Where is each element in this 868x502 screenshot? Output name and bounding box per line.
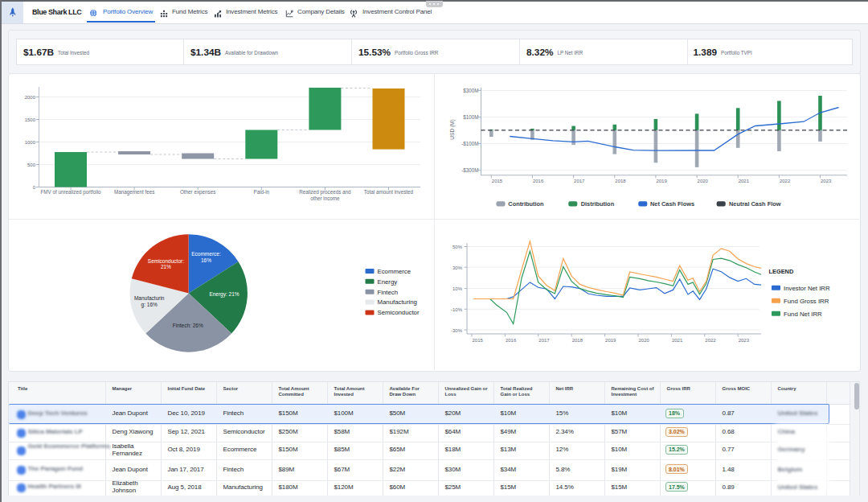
svg-text:2000: 2000: [25, 95, 36, 100]
svg-text:2022: 2022: [705, 338, 716, 343]
svg-text:Neutral Cash Flow: Neutral Cash Flow: [729, 200, 781, 208]
svg-text:Realized proceeds and: Realized proceeds and: [299, 189, 351, 195]
svg-text:Net Cash Flows: Net Cash Flows: [650, 200, 694, 208]
svg-text:1000: 1000: [25, 140, 36, 145]
svg-text:Management fees: Management fees: [114, 189, 154, 195]
svg-text:-$100M: -$100M: [461, 141, 478, 146]
svg-text:Other expenses: Other expenses: [180, 189, 215, 195]
svg-text:2022: 2022: [780, 179, 791, 183]
svg-text:2021: 2021: [739, 179, 750, 183]
svg-text:FMV of unrealized portfolio: FMV of unrealized portfolio: [40, 189, 101, 195]
svg-text:Investor Net IRR: Investor Net IRR: [784, 285, 830, 292]
svg-text:LEGEND: LEGEND: [769, 268, 794, 275]
svg-text:-10%: -10%: [451, 307, 463, 312]
svg-text:2017: 2017: [538, 338, 550, 343]
svg-text:Energy: 21%: Energy: 21%: [209, 291, 239, 298]
svg-text:Total amount invested: Total amount invested: [364, 189, 414, 195]
svg-text:2015: 2015: [492, 179, 503, 183]
svg-text:Distribution: Distribution: [581, 200, 615, 208]
svg-text:-$300M: -$300M: [461, 167, 478, 173]
svg-text:-30%: -30%: [451, 328, 463, 333]
svg-text:2017: 2017: [574, 179, 585, 183]
svg-text:$100M: $100M: [463, 114, 478, 120]
svg-text:g: 16%: g: 16%: [141, 302, 158, 308]
svg-text:2016: 2016: [533, 179, 544, 183]
svg-text:Ecommerce:: Ecommerce:: [191, 251, 221, 257]
svg-text:Semiconductor: Semiconductor: [378, 309, 420, 316]
svg-text:Ecommerce: Ecommerce: [378, 268, 411, 275]
svg-text:2021: 2021: [672, 338, 683, 343]
svg-text:Fintech: Fintech: [378, 289, 399, 296]
svg-text:USD (M): USD (M): [449, 119, 456, 139]
svg-text:2023: 2023: [739, 338, 750, 343]
svg-text:Fintech: 26%: Fintech: 26%: [173, 323, 203, 328]
svg-text:2018: 2018: [615, 179, 626, 183]
svg-text:Manufacturing: Manufacturing: [378, 298, 417, 306]
svg-text:2019: 2019: [656, 179, 667, 183]
svg-text:2020: 2020: [698, 179, 709, 183]
svg-text:0: 0: [33, 185, 36, 190]
svg-text:2018: 2018: [572, 338, 583, 343]
svg-text:Paid-in: Paid-in: [253, 189, 269, 195]
svg-text:$300M: $300M: [463, 88, 478, 93]
svg-text:2019: 2019: [605, 338, 616, 343]
svg-text:other income: other income: [310, 195, 340, 201]
svg-text:16%: 16%: [201, 257, 211, 263]
svg-text:21%: 21%: [161, 264, 171, 270]
svg-text:2016: 2016: [506, 338, 517, 343]
svg-text:Manufacturin: Manufacturin: [134, 295, 165, 301]
svg-text:1500: 1500: [25, 117, 36, 122]
svg-text:2020: 2020: [639, 338, 650, 343]
svg-text:500: 500: [27, 163, 36, 167]
svg-text:Semiconductor:: Semiconductor:: [148, 258, 184, 264]
svg-text:Fund Gross IRR: Fund Gross IRR: [784, 298, 829, 305]
svg-text:10%: 10%: [452, 286, 463, 291]
svg-text:Energy: Energy: [378, 278, 398, 286]
svg-text:Contribution: Contribution: [508, 200, 544, 208]
svg-text:50%: 50%: [452, 245, 463, 249]
svg-text:Fund Net IRR: Fund Net IRR: [784, 311, 822, 318]
svg-text:2015: 2015: [473, 338, 484, 343]
svg-text:2023: 2023: [821, 179, 832, 183]
svg-text:30%: 30%: [452, 265, 463, 270]
